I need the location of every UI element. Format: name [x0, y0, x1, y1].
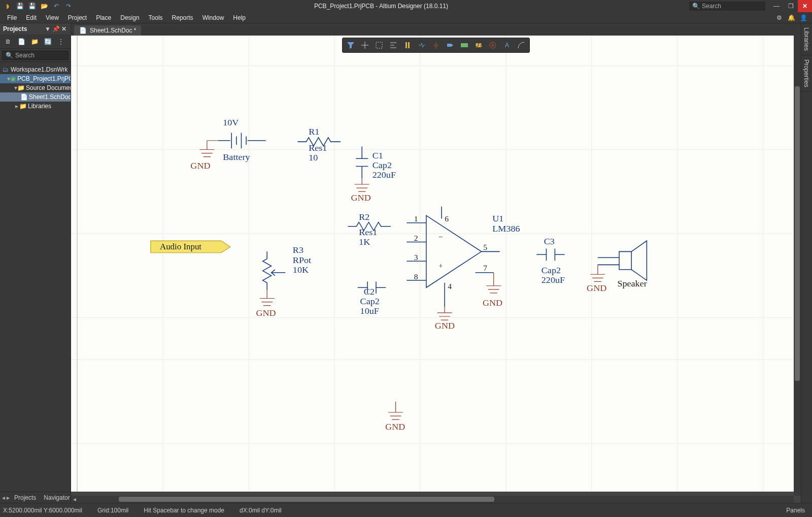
titlebar-search[interactable]: 🔍 Search [689, 2, 765, 11]
tool-new-icon[interactable]: 🗎 [3, 37, 13, 47]
menu-edit[interactable]: Edit [22, 13, 41, 22]
tool-align[interactable] [387, 40, 400, 51]
user-icon[interactable]: 👤 [798, 12, 809, 23]
menu-help[interactable]: Help [229, 13, 250, 22]
titlebar-search-placeholder: Search [702, 3, 721, 10]
tool-more-icon[interactable]: ⋮ [56, 37, 66, 47]
svg-text:LM386: LM386 [492, 224, 520, 234]
tree-libraries[interactable]: ▸ 📁 Libraries [0, 102, 71, 111]
svg-text:Speaker: Speaker [617, 278, 647, 288]
svg-text:GND: GND [483, 298, 502, 308]
tool-filter[interactable] [344, 40, 357, 51]
svg-rect-1 [405, 42, 407, 48]
tool-folder-icon[interactable]: 📁 [29, 37, 40, 47]
tree-sheet-label: Sheet1.SchDoc [29, 93, 71, 101]
svg-text:C2: C2 [364, 287, 375, 297]
menu-file[interactable]: File [3, 13, 21, 22]
status-panels-button[interactable]: Panels [782, 506, 809, 515]
comp-battery: 10V Battery [218, 117, 266, 161]
tool-cross[interactable] [358, 40, 371, 51]
save-icon[interactable]: 💾 [15, 2, 24, 11]
gnd-u1-pin4: GND [435, 307, 455, 330]
tree-source-docs-label: Source Documents [26, 84, 71, 91]
redo-icon[interactable]: ↷ [64, 2, 73, 11]
gnd-speaker: GND [587, 265, 606, 293]
rail-libraries[interactable]: Libraries [801, 23, 811, 55]
comp-speaker: Speaker [598, 241, 647, 288]
open-folder-icon[interactable]: 📂 [40, 2, 49, 11]
settings-icon[interactable]: ⚙ [773, 12, 785, 23]
tool-refresh-icon[interactable]: 🔄 [43, 37, 53, 47]
tool-arc[interactable] [515, 40, 528, 51]
schdoc-icon: 📄 [79, 27, 87, 34]
gnd-u1-pin7: GND [483, 273, 502, 308]
footer-left-icon[interactable]: ◂ [2, 494, 5, 501]
svg-text:GND: GND [435, 320, 455, 331]
comp-r2: R2 Res1 1K [348, 212, 390, 247]
minimize-button[interactable]: — [769, 0, 784, 12]
menu-window[interactable]: Window [198, 13, 228, 22]
tool-gnd[interactable] [429, 40, 443, 51]
altium-logo-icon: ◗ [3, 2, 12, 11]
footer-right-icon[interactable]: ▸ [7, 494, 10, 501]
svg-text:C3: C3 [544, 236, 555, 246]
svg-text:Res1: Res1 [309, 143, 327, 153]
menu-reports[interactable]: Reports [168, 13, 197, 22]
undo-icon[interactable]: ↶ [52, 2, 61, 11]
tree-project[interactable]: ▾ ▣ PCB_Project1.PrjPCB [0, 74, 71, 83]
comp-u1: + − 1 2 3 8 6 4 5 7 U1 LM386 [407, 207, 520, 307]
comp-c3: C3 Cap2 220uF [536, 236, 565, 284]
menu-design[interactable]: Design [116, 13, 143, 22]
svg-text:GND: GND [587, 283, 606, 294]
panel-close-icon[interactable]: ✕ [60, 25, 67, 33]
tool-open-icon[interactable]: 📄 [16, 37, 26, 47]
panel-dropdown-icon[interactable]: ▼ [44, 25, 51, 33]
footer-tab-navigator[interactable]: Navigator [41, 493, 73, 502]
svg-text:Res1: Res1 [359, 228, 377, 238]
tool-designator[interactable] [458, 40, 471, 51]
panel-pin-icon[interactable]: 📌 [52, 25, 59, 33]
maximize-button[interactable]: ❐ [784, 0, 798, 12]
menu-tools[interactable]: Tools [145, 13, 167, 22]
canvas-vscroll[interactable] [794, 36, 801, 496]
tree-workspace-label: Workspace1.DsnWrk [11, 66, 67, 73]
menu-project[interactable]: Project [64, 13, 91, 22]
svg-text:220uF: 220uF [373, 170, 396, 180]
tool-noerc[interactable]: D? [472, 40, 485, 51]
tool-bus[interactable] [401, 40, 414, 51]
menu-view[interactable]: View [42, 13, 63, 22]
menu-place[interactable]: Place [92, 13, 115, 22]
svg-text:GND: GND [351, 192, 370, 203]
canvas-hscroll[interactable]: ◂ [71, 496, 794, 503]
schematic-canvas[interactable]: 10V Battery GND R1 Res1 10 C1 [71, 36, 794, 492]
footer-tab-projects[interactable]: Projects [11, 493, 39, 502]
tool-netlabel[interactable] [486, 40, 499, 51]
close-button[interactable]: ✕ [798, 0, 812, 12]
tool-net[interactable] [415, 40, 428, 51]
tool-text[interactable]: A [500, 40, 514, 51]
tree-source-docs[interactable]: ▾ 📁 Source Documents [0, 83, 71, 92]
svg-rect-2 [408, 42, 410, 48]
tree-workspace[interactable]: 🗂 Workspace1.DsnWrk [0, 65, 71, 74]
twisty-icon[interactable]: ▸ [14, 103, 19, 110]
tree-libraries-label: Libraries [28, 103, 51, 110]
svg-text:GND: GND [385, 422, 405, 432]
tool-select-rect[interactable] [373, 40, 386, 51]
search-icon: 🔍 [6, 52, 13, 59]
svg-text:D?: D? [475, 41, 483, 48]
editor-tab-label: Sheet1.SchDoc * [90, 27, 136, 34]
svg-text:U1: U1 [492, 213, 503, 223]
svg-text:R3: R3 [293, 245, 303, 255]
svg-text:10: 10 [309, 152, 318, 163]
projects-search[interactable]: 🔍 Search [2, 51, 69, 60]
svg-text:Battery: Battery [223, 152, 250, 162]
save-all-icon[interactable]: 💾 [27, 2, 37, 11]
notifications-icon[interactable]: 🔔 [786, 12, 797, 23]
tree-sheet[interactable]: 📄 Sheet1.SchDoc [0, 92, 71, 102]
schdoc-icon: 📄 [20, 93, 27, 101]
project-icon: ▣ [10, 75, 16, 82]
editor-tab-sheet1[interactable]: 📄 Sheet1.SchDoc * [74, 25, 141, 36]
tree-project-label: PCB_Project1.PrjPCB [17, 75, 71, 82]
rail-properties[interactable]: Properties [801, 55, 811, 92]
tool-port[interactable] [444, 40, 457, 51]
